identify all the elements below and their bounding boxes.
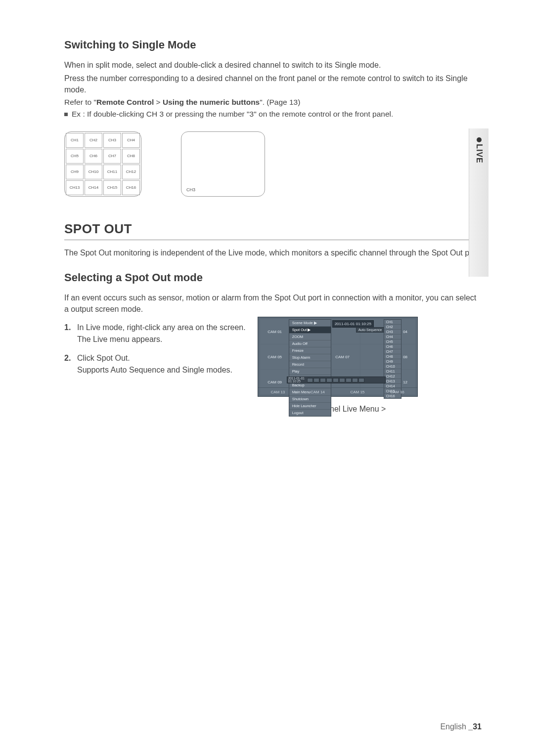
two-column-row: 1. In Live mode, right-click any area on… (64, 317, 482, 414)
grid-cell: CH1 (66, 133, 84, 148)
steps-list: 1. In Live mode, right-click any area on… (64, 322, 246, 383)
figure-date-overlay: 2011-01-01 01:10:25 (332, 320, 374, 328)
figure-multichannel-live-menu: CAM 01 04 CAM 05 CAM 07 08 CAM 09 CAM 11… (258, 317, 418, 397)
figure-launcher-bar: 2011-01-01 01:10:25 (287, 377, 386, 383)
step-text: Click Spot Out. Supports Auto Sequence a… (77, 352, 232, 376)
ch-item[interactable]: CH2 (384, 325, 401, 330)
page: LIVE Switching to Single Mode When in sp… (0, 0, 534, 756)
launcher-layout-icon[interactable] (339, 378, 345, 382)
ref-bold-1: Remote Control (96, 98, 154, 106)
grid-cell: CH11 (103, 165, 121, 179)
ref-line: Refer to "Remote Control > Using the num… (64, 98, 482, 107)
grid-cell: CH5 (66, 149, 84, 164)
launcher-layout-icon[interactable] (352, 378, 358, 382)
example-row: Ex : If double-clicking CH 3 or pressing… (64, 110, 482, 119)
launcher-layout-icon[interactable] (320, 378, 326, 382)
launcher-datetime: 2011-01-01 01:10:25 (288, 377, 305, 383)
launcher-layout-icon[interactable] (333, 378, 339, 382)
heading-spot-out: SPOT OUT (64, 221, 482, 237)
figure-caption: < Multichannel Live Menu > (258, 405, 418, 414)
step-text: In Live mode, right-click any area on th… (77, 322, 246, 345)
side-tab-dot (477, 137, 482, 142)
ctx-item-freeze[interactable]: Freeze (289, 347, 331, 354)
para-switching-2: Press the number corresponding to a desi… (64, 73, 482, 95)
ch-item[interactable]: CH7 (384, 349, 401, 354)
grid-cell: CH3 (103, 133, 121, 148)
ref-gt: > (154, 98, 163, 106)
fig-bottom-cam: CAM 14 (298, 387, 338, 394)
figure-context-menu: Scene Mode ▶ Spot Out ▶ ZOOM Audio Off F… (289, 319, 331, 417)
step-number: 2. (64, 352, 73, 376)
grid-cell: CH2 (85, 133, 102, 148)
launcher-layout-icon[interactable] (307, 378, 313, 382)
ctx-item-zoom[interactable]: ZOOM (289, 334, 331, 340)
figure-channel-submenu: CH1 CH2 CH3 CH4 CH5 CH6 CH7 CH8 CH9 CH10… (384, 319, 401, 399)
grid-cell: CH9 (66, 165, 84, 179)
figure-bottom-row: CAM 13 CAM 14 CAM 15 CAM 16 (258, 387, 417, 394)
ch-item[interactable]: CH12 (384, 374, 401, 379)
diagram-grid-16: CH1 CH2 CH3 CH4 CH5 CH6 CH7 CH8 CH9 CH10… (64, 131, 141, 197)
fig-cell-cam: CAM 05 (260, 344, 290, 369)
launcher-layout-icon[interactable] (346, 378, 352, 382)
ctx-item-spot-out[interactable]: Spot Out ▶ (289, 327, 331, 334)
ref-suffix: ". (Page 13) (260, 98, 300, 106)
fig-bottom-cam: CAM 15 (338, 387, 378, 394)
ch-item[interactable]: CH9 (384, 359, 401, 364)
grid-cell: CH6 (85, 149, 102, 164)
ch-item[interactable]: CH10 (384, 364, 401, 369)
para-selecting-intro: If an event occurs such as sensor, motio… (64, 292, 482, 315)
section-rule (64, 240, 482, 240)
heading-selecting-spot-out-mode: Selecting a Spot Out mode (64, 271, 482, 284)
grid-cell: CH15 (103, 180, 121, 195)
para-spot-out-intro: The Spot Out monitoring is independent o… (64, 247, 482, 258)
ch-item[interactable]: CH1 (384, 320, 401, 325)
footer-page: _31 (468, 722, 482, 731)
ch-item[interactable]: CH8 (384, 354, 401, 359)
launcher-layout-icon[interactable] (326, 378, 332, 382)
fig-bottom-cam: CAM 16 (377, 387, 417, 394)
footer-lang: English (440, 722, 468, 731)
fig-cell-cam: CAM 01 (260, 319, 290, 344)
grid-cell: CH4 (122, 133, 140, 148)
step-number: 1. (64, 322, 73, 345)
grid-cell: CH16 (122, 180, 140, 195)
side-tab-label: LIVE (475, 144, 484, 164)
ctx-item-record[interactable]: Record (289, 361, 331, 368)
para-switching-1: When in split mode, select and double-cl… (64, 59, 482, 71)
ctx-item-shutdown[interactable]: Shutdown (289, 396, 331, 403)
grid-cell: CH7 (103, 149, 121, 164)
grid-cell: CH10 (85, 165, 102, 179)
ch-item[interactable]: CH13 (384, 379, 401, 384)
figure-column: CAM 01 04 CAM 05 CAM 07 08 CAM 09 CAM 11… (258, 317, 418, 414)
step-item: 1. In Live mode, right-click any area on… (64, 322, 246, 345)
ch-item[interactable]: CH6 (384, 344, 401, 349)
ctx-item-scene-mode[interactable]: Scene Mode ▶ (289, 320, 331, 327)
ch-item[interactable]: CH5 (384, 339, 401, 344)
ctx-item-logout[interactable]: Logout (289, 410, 331, 416)
grid-cell: CH8 (122, 149, 140, 164)
ctx-item-play[interactable]: Play (289, 368, 331, 375)
ref-prefix: Refer to " (64, 98, 96, 106)
grid-cell: CH13 (66, 180, 84, 195)
grid-cell: CH12 (122, 165, 140, 179)
ch-item[interactable]: CH16 (384, 394, 401, 398)
side-tab-live: LIVE (469, 128, 489, 277)
single-frame-label: CH3 (186, 187, 195, 192)
diagram-single-frame: CH3 (181, 131, 265, 197)
ch-item[interactable]: CH3 (384, 330, 401, 335)
diagrams-row: CH1 CH2 CH3 CH4 CH5 CH6 CH7 CH8 CH9 CH10… (64, 131, 482, 197)
launcher-layout-icon[interactable] (358, 378, 364, 382)
ch-item[interactable]: CH4 (384, 335, 401, 339)
page-footer: English _31 (440, 722, 482, 731)
fig-bottom-cam: CAM 13 (258, 387, 298, 394)
ch-item[interactable]: CH11 (384, 369, 401, 374)
ctx-item-hide-launcher[interactable]: Hide Launcher (289, 403, 331, 410)
ctx-item-stop-alarm[interactable]: Stop Alarm (289, 354, 331, 361)
square-bullet-icon (64, 113, 68, 116)
figure-auto-sequence-item[interactable]: Auto Sequence (356, 327, 385, 333)
launcher-layout-icon[interactable] (313, 378, 319, 382)
ref-bold-2: Using the numeric buttons (163, 98, 260, 106)
heading-switching-single-mode: Switching to Single Mode (64, 39, 482, 51)
ctx-item-audio-off[interactable]: Audio Off (289, 340, 331, 347)
grid-cell: CH14 (85, 180, 102, 195)
